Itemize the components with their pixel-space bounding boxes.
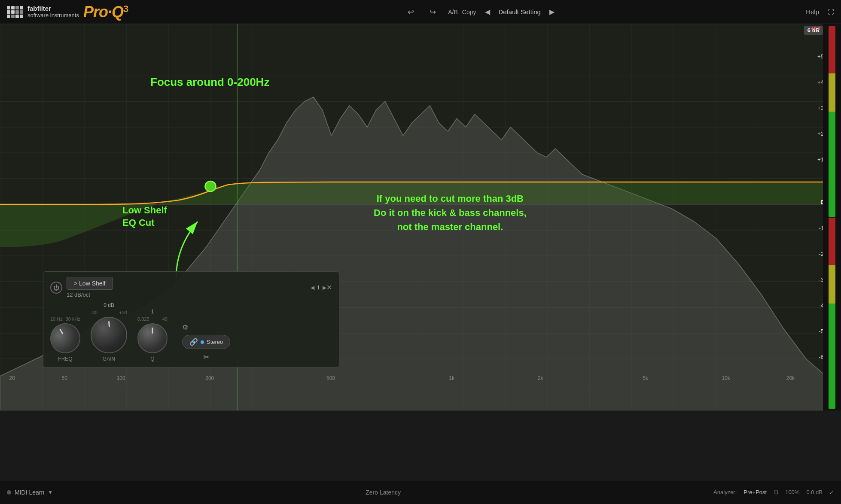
product-logo: Pro·Q3	[83, 3, 128, 21]
gain-value: 0 dB	[104, 302, 114, 308]
stereo-section: ⚙ 🔗 Stereo ✂	[182, 323, 230, 362]
fullscreen-button[interactable]: ⛶	[828, 8, 834, 15]
band-type-button[interactable]: > Low Shelf	[67, 277, 113, 290]
link-icon: 🔗	[189, 338, 198, 346]
db-clip: +0.2	[811, 26, 820, 31]
freq-label-100: 100	[117, 375, 125, 381]
header-controls: ↩ ↪ A/B Copy ◀ Default Setting ▶	[153, 6, 806, 18]
latency-label: Zero Latency	[53, 489, 713, 496]
freq-label-20: 20	[9, 375, 15, 381]
freq-axis: 20 50 100 200 500 1k 2k 5k 10k 20k	[0, 372, 807, 385]
gain-range: -30 +30	[91, 310, 127, 315]
analyzer-label: Analyzer:	[713, 489, 737, 495]
stereo-button[interactable]: 🔗 Stereo	[182, 335, 230, 349]
scissors-button[interactable]: ✂	[203, 352, 210, 362]
band-power-button[interactable]: ⏻	[50, 282, 62, 294]
q-knob[interactable]	[137, 323, 168, 353]
db-readout: 0.0 dB	[806, 489, 823, 495]
stereo-label: Stereo	[207, 339, 223, 345]
band-type-section: > Low Shelf 12 dB/oct	[67, 277, 311, 298]
freq-label-1k: 1k	[449, 375, 454, 381]
logo-grid	[7, 6, 23, 18]
preset-prev-button[interactable]: ◀	[485, 8, 490, 16]
gain-label: GAIN	[103, 356, 115, 362]
header-right: Help ⛶	[806, 8, 834, 15]
freq-label-2k: 2k	[538, 375, 543, 381]
analyzer-value[interactable]: Pre+Post	[743, 489, 767, 495]
header: fabfilter software instruments Pro·Q3 ↩ …	[0, 0, 841, 24]
freq-label: FREQ	[58, 356, 72, 362]
logo-area: fabfilter software instruments Pro·Q3	[7, 3, 153, 21]
undo-button[interactable]: ↩	[404, 6, 417, 18]
band-next-button[interactable]: ▶	[323, 285, 326, 291]
knob-group: 10 Hz 30 kHz FREQ 0 dB -30 +30 GAIN	[50, 302, 332, 362]
band-oct-label: 12 dB/oct	[67, 291, 311, 298]
band-nav: ◀ 1 ▶	[311, 284, 326, 291]
preset-next-button[interactable]: ▶	[549, 8, 555, 16]
gear-icon[interactable]: ⚙	[182, 323, 188, 331]
freq-label-200: 200	[205, 375, 214, 381]
gain-knob-container: 0 dB -30 +30 GAIN	[91, 302, 127, 362]
stereo-dot	[201, 340, 204, 344]
zoom-icon: ⊡	[774, 489, 778, 495]
copy-button[interactable]: Copy	[462, 9, 476, 15]
band-prev-button[interactable]: ◀	[311, 285, 314, 291]
q-knob-container: 1 0.025 40 Q	[137, 309, 168, 362]
midi-dot	[7, 490, 11, 495]
preset-name: Default Setting	[499, 8, 541, 15]
status-bar: MIDI Learn ▼ Zero Latency Analyzer: Pre+…	[0, 480, 841, 504]
freq-label-20k: 20k	[786, 375, 795, 381]
redo-button[interactable]: ↪	[426, 6, 439, 18]
freq-label-5k: 5k	[643, 375, 648, 381]
band-close-button[interactable]: ✕	[326, 283, 332, 291]
resize-icon[interactable]: ⤢	[829, 489, 834, 495]
stereo-gear: ⚙	[182, 323, 230, 331]
help-button[interactable]: Help	[806, 8, 819, 15]
freq-label-10k: 10k	[722, 375, 730, 381]
svg-point-14	[205, 181, 216, 191]
freq-knob-container: 10 Hz 30 kHz FREQ	[50, 316, 80, 362]
midi-section: MIDI Learn ▼	[7, 489, 53, 496]
freq-knob[interactable]	[45, 318, 86, 359]
band-number: 1	[317, 284, 320, 291]
ab-label: A/B	[448, 9, 458, 15]
band-type-label: > Low Shelf	[74, 280, 106, 287]
q-label: Q	[150, 356, 154, 362]
eq-main: +5 +4 +3 +2 +1 0 -1 -2 -3 -4 -5 -6 -10 -…	[0, 24, 841, 410]
brand-sub: software instruments	[27, 12, 79, 19]
freq-range: 10 Hz 30 kHz	[50, 316, 80, 322]
status-right: Analyzer: Pre+Post ⊡ 100% 0.0 dB ⤢	[713, 489, 834, 495]
band-header: ⏻ > Low Shelf 12 dB/oct ◀ 1 ▶ ✕	[50, 277, 332, 298]
midi-dropdown[interactable]: ▼	[48, 489, 53, 495]
ab-section: A/B Copy	[448, 9, 476, 15]
vu-meter	[823, 24, 841, 410]
freq-label-50: 50	[62, 375, 67, 381]
q-range: 0.025 40	[137, 316, 168, 322]
midi-label[interactable]: MIDI Learn	[15, 489, 44, 496]
q-value: 1	[151, 309, 154, 315]
freq-label-500: 500	[326, 375, 335, 381]
brand-name: fabfilter	[27, 5, 79, 12]
bottom-controls: ⏻ > Low Shelf 12 dB/oct ◀ 1 ▶ ✕ 10 Hz 30…	[43, 271, 339, 367]
gain-knob[interactable]	[91, 317, 127, 353]
zoom-level: 100%	[785, 489, 799, 495]
